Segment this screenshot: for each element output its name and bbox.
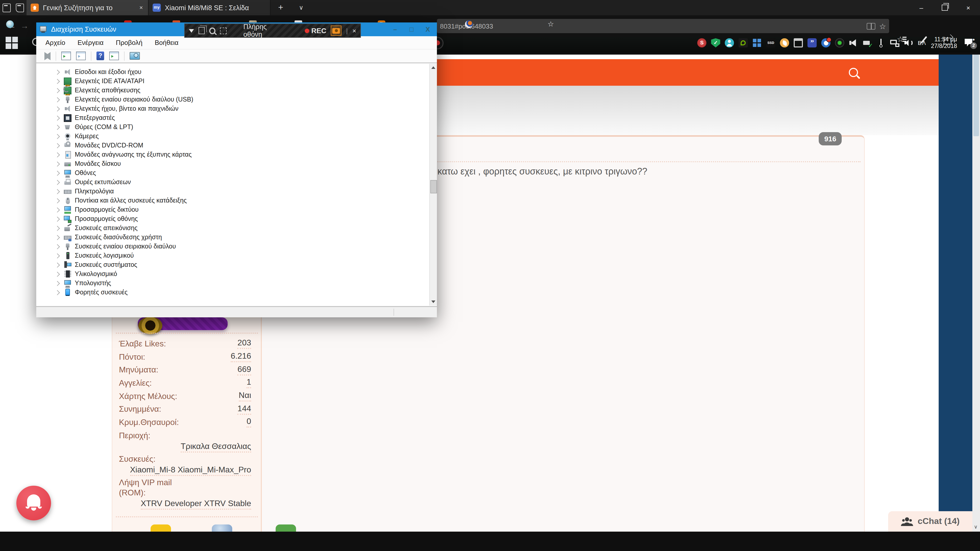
volume-tray-icon[interactable] bbox=[904, 38, 913, 48]
recorder-close-icon[interactable]: × bbox=[352, 27, 356, 35]
action-pane-icon[interactable] bbox=[109, 52, 119, 60]
scroll-down-icon[interactable]: ∨ bbox=[974, 524, 978, 530]
record-dot-tray-icon[interactable] bbox=[835, 38, 844, 48]
recorder-menu-icon[interactable] bbox=[189, 29, 194, 32]
expand-chevron-icon[interactable] bbox=[55, 189, 59, 194]
recorder-zoom-icon[interactable] bbox=[209, 27, 215, 34]
close-button[interactable]: × bbox=[956, 0, 980, 15]
maximize-button[interactable]: □ bbox=[403, 22, 420, 36]
scan-hardware-icon[interactable] bbox=[130, 52, 140, 60]
device-row[interactable]: Είσοδοι και έξοδοι ήχου bbox=[36, 67, 437, 76]
s-badge-tray-icon[interactable] bbox=[697, 38, 706, 48]
forward-icon[interactable] bbox=[45, 52, 51, 60]
new-tab-button[interactable]: + bbox=[270, 0, 291, 15]
scroll-up-icon[interactable] bbox=[431, 66, 435, 69]
expand-chevron-icon[interactable] bbox=[55, 290, 59, 295]
network-tray-icon[interactable] bbox=[890, 38, 899, 48]
menu-Ενέργεια[interactable]: Ενέργεια bbox=[78, 39, 103, 46]
action-center-icon[interactable]: 2 bbox=[964, 38, 975, 48]
expand-chevron-icon[interactable] bbox=[55, 217, 59, 221]
usb-tray-icon[interactable] bbox=[877, 38, 886, 48]
expand-chevron-icon[interactable] bbox=[55, 143, 59, 148]
device-row[interactable]: Οθόνες bbox=[36, 168, 437, 178]
device-row[interactable]: Θύρες (COM & LPT) bbox=[36, 122, 437, 132]
tab-list-chevron[interactable]: ∨ bbox=[291, 0, 311, 15]
expand-chevron-icon[interactable] bbox=[55, 262, 59, 267]
expand-chevron-icon[interactable] bbox=[55, 116, 59, 120]
share-icon[interactable] bbox=[942, 34, 953, 44]
expand-chevron-icon[interactable] bbox=[55, 226, 59, 230]
printer-tray-icon[interactable] bbox=[862, 38, 872, 48]
expand-chevron-icon[interactable] bbox=[55, 198, 59, 203]
notification-bell-button[interactable] bbox=[16, 486, 51, 520]
post-number-badge[interactable]: 916 bbox=[819, 132, 842, 145]
annotate-pen-icon[interactable] bbox=[919, 34, 929, 44]
device-row[interactable]: Προσαρμογείς δικτύου bbox=[36, 205, 437, 214]
forward-icon[interactable]: → bbox=[21, 21, 29, 30]
device-row[interactable]: Συσκευές απεικόνισης bbox=[36, 224, 437, 233]
device-row[interactable]: Φορητές συσκευές bbox=[36, 288, 437, 297]
device-row[interactable]: Συσκευές συστήματος bbox=[36, 260, 437, 269]
device-row[interactable]: Ελεγκτές ενιαίου σειριακού διαύλου (USB) bbox=[36, 95, 437, 104]
device-row[interactable]: Προσαρμογείς οθόνης bbox=[36, 214, 437, 224]
expand-chevron-icon[interactable] bbox=[55, 70, 59, 74]
device-row[interactable]: Συσκευές ενιαίου σειριακού διαύλου bbox=[36, 242, 437, 251]
expand-chevron-icon[interactable] bbox=[55, 88, 59, 93]
cchat-widget[interactable]: cChat (14) bbox=[888, 511, 972, 532]
console-root-icon[interactable] bbox=[61, 52, 71, 60]
expand-chevron-icon[interactable] bbox=[55, 79, 59, 83]
browser-tab[interactable]: Xiaomi Mi8/Mi8 SE : Σελίδα bbox=[148, 0, 270, 15]
device-row[interactable]: Μονάδες ανάγνωσης της έξυπνης κάρτας bbox=[36, 150, 437, 159]
help-icon[interactable] bbox=[97, 52, 104, 60]
expand-chevron-icon[interactable] bbox=[55, 162, 59, 166]
window-tray-icon[interactable] bbox=[794, 38, 803, 48]
device-row[interactable]: Υπολογιστής bbox=[36, 279, 437, 288]
menu-Προβολή[interactable]: Προβολή bbox=[116, 39, 142, 46]
device-row[interactable]: Πληκτρολόγια bbox=[36, 187, 437, 196]
expand-chevron-icon[interactable] bbox=[55, 180, 59, 184]
recorder-region-icon[interactable] bbox=[220, 27, 227, 34]
expand-chevron-icon[interactable] bbox=[55, 207, 59, 212]
minimize-button[interactable]: – bbox=[910, 0, 933, 15]
quotes-tray-icon[interactable] bbox=[808, 38, 817, 48]
device-row[interactable]: Υλικολογισμικό bbox=[36, 269, 437, 279]
panes-tray-icon[interactable] bbox=[752, 38, 762, 48]
device-row[interactable]: Ουρές εκτυπώσεων bbox=[36, 178, 437, 187]
start-taskbar-icon[interactable] bbox=[5, 36, 19, 50]
device-row[interactable]: Ελεγκτές ήχου, βίντεο και παιχνιδιών bbox=[36, 104, 437, 113]
expand-chevron-icon[interactable] bbox=[55, 125, 59, 129]
device-row[interactable]: Μονάδες DVD/CD-ROM bbox=[36, 141, 437, 150]
restore-button[interactable] bbox=[933, 0, 956, 15]
menu-Αρχείο[interactable]: Αρχείο bbox=[45, 39, 65, 46]
page-scrollbar-thumb[interactable] bbox=[974, 55, 979, 136]
device-row[interactable]: Συσκευές λογισμικού bbox=[36, 251, 437, 260]
horn-tray-icon[interactable] bbox=[849, 38, 858, 48]
scroll-down-icon[interactable] bbox=[431, 300, 435, 303]
expand-chevron-icon[interactable] bbox=[55, 106, 59, 111]
expand-chevron-icon[interactable] bbox=[55, 281, 59, 286]
ssd-tray-icon[interactable] bbox=[766, 38, 775, 48]
close-button[interactable]: X bbox=[420, 22, 436, 36]
device-row[interactable]: Ελεγκτές αποθήκευσης bbox=[36, 86, 437, 95]
device-row[interactable]: Επεξεργαστές bbox=[36, 113, 437, 122]
set-aside-tabs-icon[interactable] bbox=[0, 0, 13, 15]
tab-close-icon[interactable]: × bbox=[138, 4, 144, 11]
gear-tray-icon[interactable] bbox=[821, 38, 830, 48]
recorder-capture-button[interactable] bbox=[331, 25, 342, 36]
browser-tab[interactable]: Γενική Συζήτηση για το× bbox=[27, 0, 148, 15]
show-tabs-icon[interactable] bbox=[13, 0, 27, 15]
tree-scrollbar[interactable] bbox=[429, 64, 437, 306]
address-bar[interactable]: 8031#post648033 ☆ bbox=[437, 19, 889, 33]
tree-scrollbar-thumb[interactable] bbox=[430, 180, 437, 193]
reading-view-icon[interactable] bbox=[866, 23, 875, 29]
expand-chevron-icon[interactable] bbox=[55, 152, 59, 157]
shield-tray-icon[interactable] bbox=[711, 38, 720, 48]
leaf-tray-icon[interactable] bbox=[780, 38, 789, 48]
device-row[interactable]: Κάμερες bbox=[36, 132, 437, 141]
device-row[interactable]: Μονάδες δίσκου bbox=[36, 159, 437, 168]
device-row[interactable]: Ελεγκτές IDE ATA/ATAPI bbox=[36, 76, 437, 86]
search-icon[interactable] bbox=[849, 59, 858, 86]
favorite-star-icon[interactable]: ☆ bbox=[879, 22, 886, 30]
expand-chevron-icon[interactable] bbox=[55, 244, 59, 249]
expand-chevron-icon[interactable] bbox=[55, 134, 59, 138]
